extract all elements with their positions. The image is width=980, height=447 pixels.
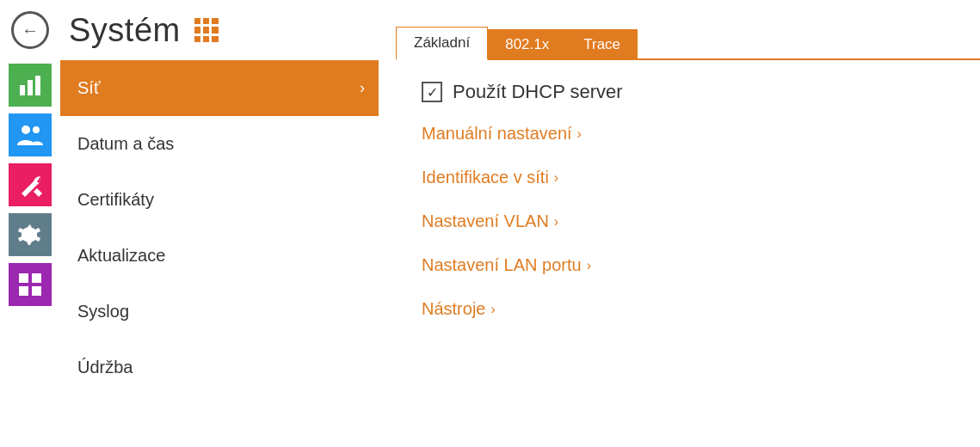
grid-apps-icon[interactable]: [9, 263, 52, 306]
chevron-icon: ›: [360, 79, 365, 97]
link-lan-port[interactable]: Nastavení LAN portu ›: [422, 255, 954, 275]
svg-rect-0: [20, 85, 25, 95]
tabs-bar: Základní 802.1x Trace: [396, 0, 980, 60]
link-identifikace[interactable]: Identifikace v síti ›: [422, 168, 954, 187]
link-manualni[interactable]: Manuální nastavení ›: [422, 124, 954, 144]
link-chevron-icon: ›: [554, 170, 558, 186]
dhcp-label: Použít DHCP server: [453, 81, 623, 103]
svg-rect-2: [35, 76, 40, 95]
main-left-panel: Systém Síť › Datum a čas Certifikáty Akt…: [60, 0, 379, 447]
tab-8021x[interactable]: 802.1x: [488, 29, 566, 60]
nav-item-datum[interactable]: Datum a čas: [60, 116, 379, 172]
svg-point-4: [33, 126, 40, 133]
chart-icon[interactable]: [9, 64, 52, 107]
nav-item-syslog[interactable]: Syslog: [60, 284, 379, 340]
svg-rect-7: [32, 273, 41, 283]
tab-trace[interactable]: Trace: [566, 29, 638, 60]
dhcp-checkbox[interactable]: ✓: [422, 82, 442, 102]
app-grid-icon[interactable]: [194, 18, 219, 42]
svg-rect-8: [19, 286, 28, 296]
svg-point-3: [22, 126, 30, 134]
back-arrow-icon: [11, 11, 49, 49]
content-body: ✓ Použít DHCP server Manuální nastavení …: [396, 60, 980, 447]
tools-icon[interactable]: [9, 163, 52, 206]
nav-item-aktualizace[interactable]: Aktualizace: [60, 228, 379, 284]
svg-rect-9: [32, 286, 41, 296]
link-vlan[interactable]: Nastavení VLAN ›: [422, 211, 954, 231]
gear-icon[interactable]: [9, 213, 52, 256]
users-icon[interactable]: [9, 113, 52, 156]
link-nastroje[interactable]: Nástroje ›: [422, 299, 954, 319]
page-title: Systém: [69, 12, 181, 49]
link-chevron-icon: ›: [587, 258, 591, 273]
svg-rect-6: [19, 273, 28, 283]
nav-menu: Síť › Datum a čas Certifikáty Aktualizac…: [60, 60, 379, 447]
tab-zakladni[interactable]: Základní: [396, 27, 488, 60]
nav-item-certifikaty[interactable]: Certifikáty: [60, 172, 379, 228]
icon-sidebar: [0, 0, 60, 447]
link-chevron-icon: ›: [490, 302, 495, 317]
svg-rect-1: [28, 80, 33, 95]
back-button[interactable]: [0, 0, 60, 60]
link-chevron-icon: ›: [577, 126, 582, 142]
nav-item-sit[interactable]: Síť ›: [60, 60, 379, 116]
dhcp-row: ✓ Použít DHCP server: [422, 81, 954, 103]
nav-item-udrzba[interactable]: Údržba: [60, 340, 379, 395]
link-chevron-icon: ›: [554, 214, 558, 230]
title-bar: Systém: [60, 0, 379, 60]
content-area: Základní 802.1x Trace ✓ Použít DHCP serv…: [379, 0, 980, 447]
